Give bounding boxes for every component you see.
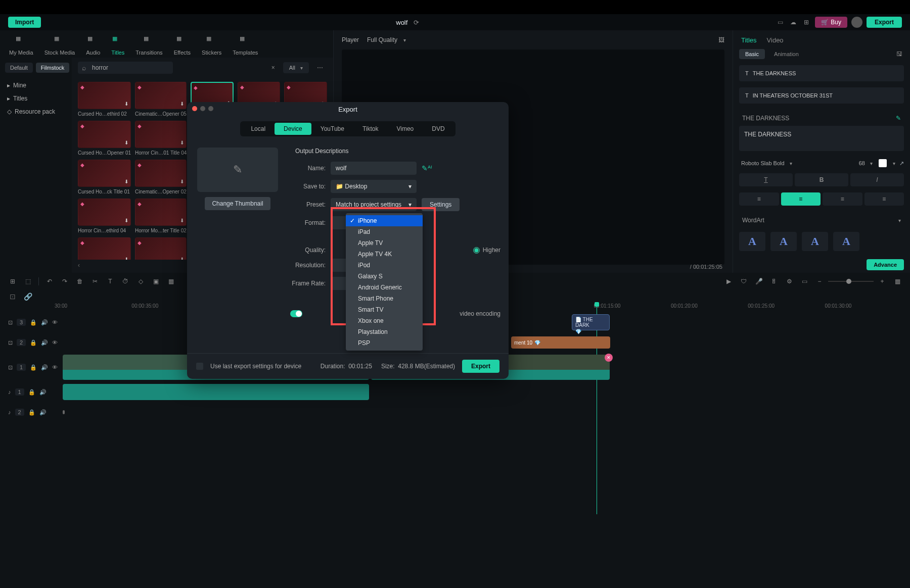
search-clear-icon[interactable]: × (271, 64, 275, 71)
export-button[interactable]: Export (867, 17, 902, 28)
align-right-button[interactable]: ≡ (823, 192, 862, 206)
export-preset-dropdown[interactable]: Match to project settings▾ (331, 198, 417, 211)
do-export-button[interactable]: Export (462, 360, 499, 373)
media-thumb[interactable]: ◆⬇Horror Mo…ter Title 02 (135, 199, 187, 233)
font-eyedropper-icon[interactable]: ↗ (899, 160, 904, 167)
format-option[interactable]: Android Generic (346, 282, 423, 293)
wordart-preset-2[interactable]: A (770, 232, 797, 251)
use-last-settings-checkbox[interactable] (196, 363, 203, 370)
font-family-dropdown[interactable]: Roboto Slab Bold (739, 158, 794, 168)
nav-tab-transitions[interactable]: ▦Transitions (135, 35, 162, 56)
gpu-encoding-toggle[interactable] (290, 310, 302, 317)
font-color-chevron-icon[interactable] (891, 160, 895, 166)
align-left-button[interactable]: ≡ (739, 192, 779, 206)
export-settings-button[interactable]: Settings (422, 198, 460, 211)
tl-delete-icon[interactable]: 🗑 (75, 277, 84, 286)
import-button[interactable]: Import (8, 17, 41, 28)
subtab-basic[interactable]: Basic (739, 49, 765, 59)
quality-higher-radio[interactable]: Higher (473, 247, 500, 254)
format-option[interactable]: Galaxy S (346, 271, 423, 282)
italic-button[interactable]: I (850, 173, 904, 186)
tl-play-icon[interactable]: ▶ (724, 277, 733, 286)
bold-button[interactable]: B (795, 173, 848, 186)
tree-resource-pack[interactable]: ◇Resource pack (5, 105, 67, 118)
tl-cut-icon[interactable]: ✂ (90, 277, 100, 286)
font-color-swatch[interactable] (879, 159, 887, 167)
tl-add-icon[interactable]: ⊞ (8, 277, 17, 286)
grid-icon[interactable]: ⊞ (802, 18, 811, 27)
format-option[interactable]: Smart TV (346, 304, 423, 315)
export-saveto-dropdown[interactable]: 📁 Desktop▾ (331, 180, 417, 193)
export-tab-device[interactable]: Device (275, 123, 311, 135)
export-tab-vimeo[interactable]: Vimeo (387, 123, 423, 135)
tl-undo-icon[interactable]: ↶ (45, 277, 54, 286)
format-option[interactable]: Apple TV (346, 237, 423, 249)
clip-audio-1[interactable] (63, 384, 369, 400)
tree-mine[interactable]: ▸Mine (5, 79, 67, 92)
buy-button[interactable]: 🛒 Buy (815, 17, 847, 28)
tl-stopwatch-icon[interactable]: ⏱ (121, 277, 130, 286)
display-icon[interactable]: ▭ (776, 18, 785, 27)
clip-adjustment[interactable]: ment 10 💎 (511, 336, 610, 349)
format-option[interactable]: Apple TV 4K (346, 249, 423, 260)
tree-titles[interactable]: ▸Titles (5, 92, 67, 105)
media-thumb[interactable]: ◆⬇Cursed Ho…ck Title 01 (78, 160, 131, 194)
subtab-animation[interactable]: Animation (768, 49, 805, 59)
tl-zoom-in-icon[interactable]: + (878, 277, 887, 286)
tl-redo-icon[interactable]: ↷ (60, 277, 69, 286)
snapshot-icon[interactable]: 🖼 (718, 36, 724, 43)
close-icon[interactable] (192, 106, 197, 111)
format-option[interactable]: Smart Phone (346, 293, 423, 304)
tl-tag-icon[interactable]: ◇ (136, 277, 145, 286)
clip-title[interactable]: 📄 THE DARK💎 (572, 314, 610, 330)
export-tab-dvd[interactable]: DVD (423, 123, 453, 135)
clip-audio-marker[interactable] (63, 410, 65, 414)
ai-rename-icon[interactable]: ✎ᴬᴵ (422, 164, 432, 172)
tl-zoom-slider[interactable] (828, 281, 874, 282)
save-preset-icon[interactable]: 🖫 (895, 50, 904, 59)
avatar[interactable] (851, 17, 862, 28)
tl-chain-icon[interactable]: 🔗 (23, 292, 32, 301)
export-tab-youtube[interactable]: YouTube (311, 123, 353, 135)
search-input[interactable] (78, 62, 173, 74)
export-tab-local[interactable]: Local (242, 123, 275, 135)
align-center-button[interactable]: ≡ (781, 192, 821, 206)
nav-tab-audio[interactable]: ▦Audio (86, 35, 100, 56)
clip-marker[interactable]: ✕ (605, 354, 613, 362)
format-option[interactable]: Playstation (346, 326, 423, 337)
wordart-preset-4[interactable]: A (833, 232, 859, 251)
format-option[interactable]: iPad (346, 226, 423, 237)
change-thumbnail-button[interactable]: Change Thumbnail (205, 197, 270, 210)
tab-titles[interactable]: Titles (741, 36, 757, 44)
wordart-preset-3[interactable]: A (802, 232, 828, 251)
wordart-chevron-icon[interactable] (896, 217, 901, 224)
pill-filmstock[interactable]: Filmstock (36, 63, 69, 73)
nav-tab-my-media[interactable]: ▦My Media (9, 35, 33, 56)
media-thumb[interactable]: ◆⬇Horror Cin…ethird 03 (78, 237, 131, 260)
media-thumb[interactable]: ◆⬇Horror Cin…01 Title 04 (135, 121, 187, 156)
media-thumb[interactable]: ◆⬇Cursed Ho…Opener 01 (78, 121, 131, 156)
filter-all-dropdown[interactable]: All (283, 62, 309, 73)
title-layer-2[interactable]: TIN THEATERS OCTOBER 31ST (739, 87, 904, 104)
cloud-icon[interactable]: ☁ (789, 18, 798, 27)
player-quality-dropdown[interactable]: Full Quality (367, 36, 406, 43)
export-tab-tiktok[interactable]: Tiktok (353, 123, 388, 135)
nav-tab-stickers[interactable]: ▦Stickers (202, 35, 221, 56)
advance-button[interactable]: Advance (867, 259, 904, 270)
nav-tab-effects[interactable]: ▦Effects (174, 35, 191, 56)
nav-tab-templates[interactable]: ▦Templates (233, 35, 258, 56)
underline-button[interactable]: T (739, 173, 793, 186)
pill-default[interactable]: Default (5, 63, 33, 73)
tl-mixer-icon[interactable]: 🎚 (769, 277, 779, 286)
align-justify-button[interactable]: ≡ (864, 192, 904, 206)
media-thumb[interactable]: ◆⬇Cinematic…Opener 02 (135, 160, 187, 194)
format-option[interactable]: Xbox one (346, 315, 423, 326)
tl-crop-icon[interactable]: ▦ (166, 277, 175, 286)
title-layer-1[interactable]: TTHE DARKNESS (739, 65, 904, 81)
format-option[interactable]: iPhone (346, 215, 423, 226)
more-icon[interactable]: ⋯ (313, 62, 327, 73)
tl-adjust-icon[interactable]: ⚙ (785, 277, 794, 286)
tl-link-icon[interactable]: ⊡ (8, 292, 17, 301)
format-option[interactable]: PSP (346, 337, 423, 349)
wordart-preset-1[interactable]: A (739, 232, 765, 251)
